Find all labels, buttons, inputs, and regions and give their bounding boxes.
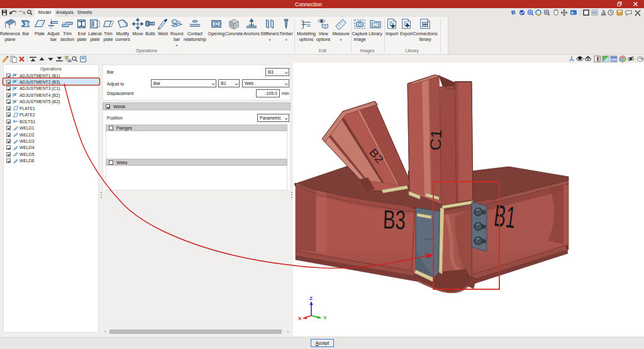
- svg-text:R: R: [511, 9, 516, 16]
